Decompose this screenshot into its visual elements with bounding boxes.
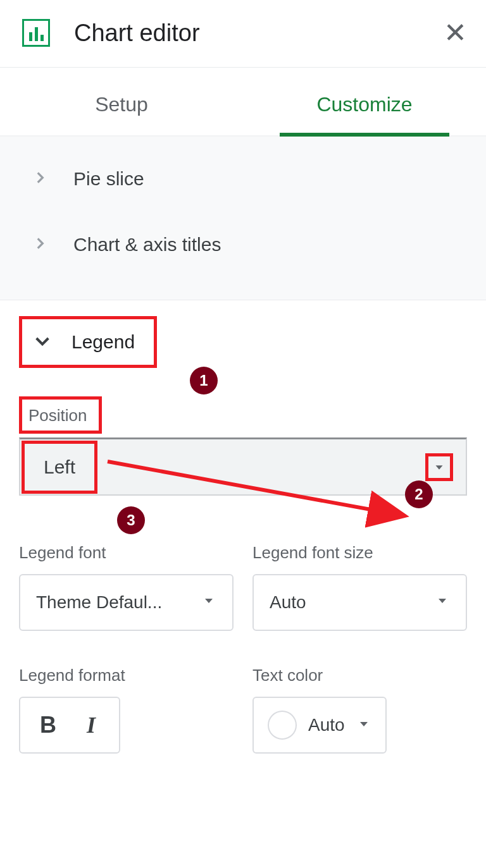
annotation-badge-2: 2: [405, 480, 433, 508]
section-legend-header[interactable]: Legend: [19, 316, 157, 368]
tab-setup[interactable]: Setup: [0, 68, 243, 135]
chevron-right-icon: [32, 169, 48, 188]
legend-format-row: Legend format B I Text color Auto: [19, 666, 467, 754]
legend-font-size-select[interactable]: Auto: [252, 574, 467, 631]
legend-font-size-value: Auto: [270, 592, 306, 613]
legend-font-size-label: Legend font size: [252, 543, 467, 563]
section-chart-axis-titles[interactable]: Chart & axis titles: [0, 209, 486, 274]
bold-button[interactable]: B: [27, 704, 70, 747]
position-select-value: Left: [22, 441, 97, 494]
svg-marker-3: [360, 722, 368, 726]
chevron-down-icon: [32, 331, 53, 353]
section-pie-slice[interactable]: Pie slice: [0, 143, 486, 209]
dropdown-arrow-icon: [435, 592, 450, 613]
italic-button[interactable]: I: [70, 704, 113, 747]
annotation-badge-3: 3: [117, 506, 145, 534]
text-color-select[interactable]: Auto: [252, 697, 387, 754]
panel-header: Chart editor ✕: [0, 0, 486, 68]
annotation-badge-1: 1: [190, 367, 218, 394]
legend-font-value: Theme Defaul...: [36, 592, 162, 613]
text-color-label: Text color: [252, 666, 467, 685]
svg-marker-0: [436, 465, 443, 469]
position-select[interactable]: Left: [19, 437, 467, 496]
text-color-value: Auto: [308, 715, 345, 735]
section-label: Legend: [72, 331, 135, 353]
dropdown-arrow-icon: [201, 592, 216, 613]
dropdown-arrow-icon: [356, 716, 371, 734]
section-label: Chart & axis titles: [73, 234, 221, 255]
panel-title: Chart editor: [74, 20, 444, 47]
customize-sections: Pie slice Chart & axis titles: [0, 137, 486, 300]
position-field-label: Position: [19, 396, 102, 434]
section-label: Pie slice: [73, 168, 144, 190]
legend-font-row: Legend font Theme Defaul... Legend font …: [19, 543, 467, 631]
chart-editor-icon: [22, 19, 50, 47]
legend-font-select[interactable]: Theme Defaul...: [19, 574, 234, 631]
legend-format-box: B I: [19, 697, 120, 754]
tab-customize[interactable]: Customize: [243, 68, 486, 135]
legend-font-label: Legend font: [19, 543, 234, 563]
color-swatch: [268, 711, 297, 740]
section-legend-expanded: Legend Position Left Legend font Theme D…: [0, 300, 486, 754]
close-icon[interactable]: ✕: [444, 19, 467, 47]
svg-marker-1: [205, 599, 213, 603]
legend-format-label: Legend format: [19, 666, 234, 685]
dropdown-arrow-icon: [425, 453, 453, 481]
svg-marker-2: [439, 599, 446, 603]
tabs: Setup Customize: [0, 68, 486, 137]
chevron-right-icon: [32, 235, 48, 254]
